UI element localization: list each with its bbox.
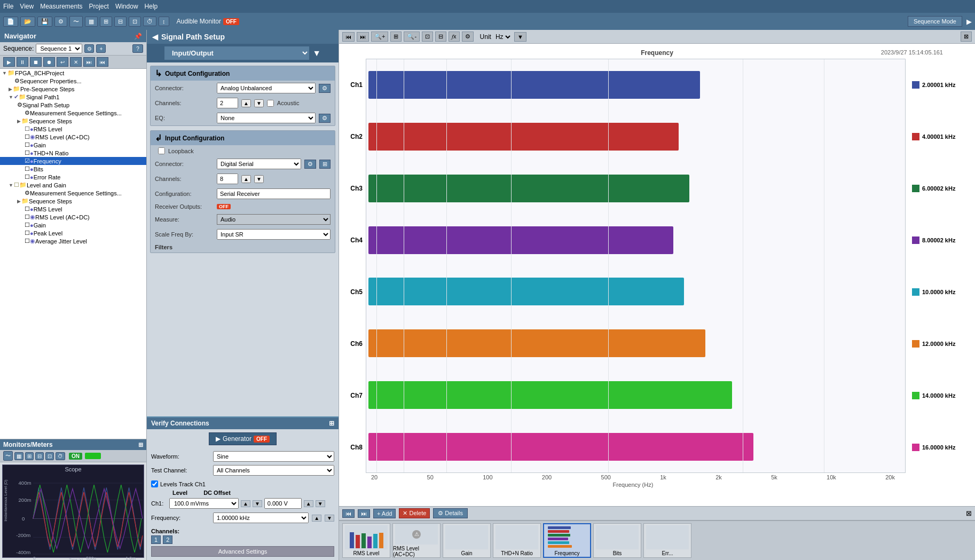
tree-seq-steps2[interactable]: ▶ 📁 Sequence Steps bbox=[0, 197, 146, 205]
chart-zoom-out[interactable]: 🔍- bbox=[404, 31, 420, 42]
toolbar-graph[interactable]: 〜 bbox=[69, 16, 83, 27]
receiver-outputs-toggle[interactable]: OFF bbox=[217, 204, 231, 209]
tree-frequency[interactable]: ☑ ● Frequency bbox=[0, 157, 146, 165]
toolbar-bar[interactable]: ▦ bbox=[85, 17, 98, 27]
ch1-dc-up[interactable]: ▲ bbox=[304, 500, 313, 507]
menu-file[interactable]: File bbox=[3, 3, 13, 10]
tree-rms2[interactable]: ☐ ● RMS Level bbox=[0, 205, 146, 213]
menu-window[interactable]: Window bbox=[115, 3, 138, 10]
tree-sp-setup[interactable]: ⚙ Signal Path Setup bbox=[0, 101, 146, 109]
toolbar-save[interactable]: 💾 bbox=[37, 17, 52, 27]
mon-scope2[interactable]: ⊡ bbox=[45, 452, 54, 460]
thumb-gain[interactable]: Gain bbox=[443, 523, 491, 558]
nav-ff[interactable]: ⏭ bbox=[83, 57, 95, 67]
sp-mode-select[interactable]: Input/Output bbox=[164, 46, 309, 60]
sequence-mode-button[interactable]: Sequence Mode bbox=[908, 16, 962, 27]
toolbar-meter[interactable]: ⊟ bbox=[114, 17, 127, 27]
thumb-rms-ac[interactable]: ⚠ RMS Level (AC+DC) bbox=[392, 523, 441, 558]
toolbar-pointer[interactable]: ↕ bbox=[159, 17, 169, 26]
tree-pre-seq[interactable]: ▶ 📁 Pre-Sequence Steps bbox=[0, 85, 146, 93]
nav-record[interactable]: ⏺ bbox=[43, 57, 55, 67]
toolbar-scope[interactable]: ⊡ bbox=[129, 17, 141, 27]
nav-seq-add[interactable]: + bbox=[96, 44, 106, 53]
unit-dropdown-btn[interactable]: ▼ bbox=[514, 32, 526, 42]
connector-settings-btn[interactable]: ⚙ bbox=[319, 84, 331, 93]
loopback-checkbox[interactable] bbox=[158, 147, 165, 154]
tree-peak[interactable]: ☐ ● Peak Level bbox=[0, 229, 146, 237]
thumb-err[interactable]: Err... bbox=[643, 523, 691, 558]
menu-view[interactable]: View bbox=[20, 3, 34, 10]
ch1-level-up[interactable]: ▲ bbox=[241, 500, 250, 507]
menu-help[interactable]: Help bbox=[145, 3, 158, 10]
thumb-bits[interactable]: Bits bbox=[593, 523, 641, 558]
unit-select[interactable]: Hz bbox=[493, 33, 512, 41]
input-ch-down[interactable]: ▼ bbox=[254, 175, 264, 183]
tree-gain[interactable]: ☐ ● Gain bbox=[0, 141, 146, 149]
test-channel-select[interactable]: All Channels bbox=[213, 465, 334, 476]
tree-jitter[interactable]: ☐ ◉ Average Jitter Level bbox=[0, 237, 146, 245]
navigator-pin-icon[interactable]: 📌 bbox=[134, 33, 142, 40]
nav-rw[interactable]: ⏮ bbox=[97, 57, 108, 67]
input-connector-select[interactable]: Digital Serial bbox=[217, 159, 301, 169]
thumb-rms-level[interactable]: RMS Level bbox=[342, 523, 390, 558]
thumb-frequency[interactable]: Frequency bbox=[543, 523, 591, 558]
nav-seq-settings[interactable]: ⚙ bbox=[84, 44, 94, 53]
tree-thd[interactable]: ☐ ● THD+N Ratio bbox=[0, 149, 146, 157]
levels-track-checkbox[interactable] bbox=[151, 480, 158, 487]
tree-fpga[interactable]: ▼ 📁 FPGA_8CHProject bbox=[0, 69, 146, 77]
mon-bar[interactable]: ▦ bbox=[14, 452, 23, 460]
toolbar-table[interactable]: ⊞ bbox=[100, 17, 112, 27]
acoustic-checkbox[interactable] bbox=[267, 100, 274, 107]
nav-delete[interactable]: ✕ bbox=[70, 57, 82, 67]
chart-function[interactable]: 𝑓x bbox=[449, 31, 460, 42]
mon-wave[interactable]: 〜 bbox=[3, 451, 13, 461]
tree-bits[interactable]: ☐ ● Bits bbox=[0, 165, 146, 173]
generator-button[interactable]: ▶ Generator OFF bbox=[209, 432, 277, 445]
sp-back-button[interactable]: ◀ bbox=[152, 33, 158, 41]
advanced-settings-button[interactable]: Advanced Settings bbox=[151, 546, 334, 557]
config-input[interactable] bbox=[217, 188, 331, 199]
thumb-next-btn[interactable]: ⏭ bbox=[358, 509, 370, 518]
freq-down[interactable]: ▼ bbox=[325, 515, 334, 522]
menu-measurements[interactable]: Measurements bbox=[40, 3, 82, 10]
nav-stop[interactable]: ⏹ bbox=[30, 57, 42, 67]
ch-num-1[interactable]: 1 bbox=[151, 535, 161, 544]
ch1-dc-down[interactable]: ▼ bbox=[316, 500, 325, 507]
input-ch-up[interactable]: ▲ bbox=[241, 175, 251, 183]
details-button[interactable]: ⚙ Details bbox=[433, 508, 468, 518]
ch1-level-down[interactable]: ▼ bbox=[253, 500, 262, 507]
thumb-prev-btn[interactable]: ⏮ bbox=[342, 509, 355, 518]
thumb-thd[interactable]: THD+N Ratio bbox=[493, 523, 541, 558]
tree-gain2[interactable]: ☐ ● Gain bbox=[0, 221, 146, 229]
channels-spinner-down[interactable]: ▼ bbox=[254, 99, 264, 107]
freq-up[interactable]: ▲ bbox=[312, 515, 321, 522]
chart-expand[interactable]: ⊠ bbox=[961, 31, 972, 42]
toolbar-new[interactable]: 📄 bbox=[3, 17, 18, 27]
nav-loop[interactable]: ↩ bbox=[57, 57, 68, 67]
tree-error-rate[interactable]: ☐ ● Error Rate bbox=[0, 173, 146, 181]
mon-on-badge[interactable]: ON bbox=[69, 453, 82, 460]
scale-freq-select[interactable]: Input SR bbox=[217, 229, 331, 240]
tree-rms-ac2[interactable]: ☐ ◉ RMS Level (AC+DC) bbox=[0, 213, 146, 221]
monitors-expand[interactable]: ⊞ bbox=[138, 441, 143, 448]
nav-play[interactable]: ▶ bbox=[3, 57, 15, 67]
channels-spinner-up[interactable]: ▲ bbox=[241, 99, 251, 107]
nav-pause[interactable]: ⏸ bbox=[17, 57, 28, 67]
menu-project[interactable]: Project bbox=[89, 3, 109, 10]
waveform-select[interactable]: Sine bbox=[213, 451, 334, 462]
tree-level-gain[interactable]: ▼ ☐ 📁 Level and Gain bbox=[0, 181, 146, 189]
tree-signal-path1[interactable]: ▼ ✔ 📁 Signal Path1 bbox=[0, 93, 146, 101]
chart-next[interactable]: ⏭ bbox=[357, 32, 369, 42]
mon-table[interactable]: ⊞ bbox=[25, 452, 34, 460]
chart-prev[interactable]: ⏮ bbox=[342, 32, 355, 42]
tree-rms[interactable]: ☐ ● RMS Level bbox=[0, 125, 146, 133]
freq-verify-select[interactable]: 1.00000 kHz bbox=[213, 512, 309, 523]
toolbar-settings[interactable]: ⚙ bbox=[54, 17, 67, 27]
nav-help[interactable]: ? bbox=[132, 44, 143, 53]
chart-zoom-fit[interactable]: ⊞ bbox=[390, 31, 402, 42]
tree-rms-ac[interactable]: ☐ ◉ RMS Level (AC+DC) bbox=[0, 133, 146, 141]
tree-seq-props[interactable]: ⚙ Sequencer Properties... bbox=[0, 77, 146, 85]
input-channels-input[interactable] bbox=[217, 173, 238, 184]
sequence-select[interactable]: Sequence 1 bbox=[36, 44, 82, 53]
toolbar-open[interactable]: 📂 bbox=[20, 17, 35, 27]
